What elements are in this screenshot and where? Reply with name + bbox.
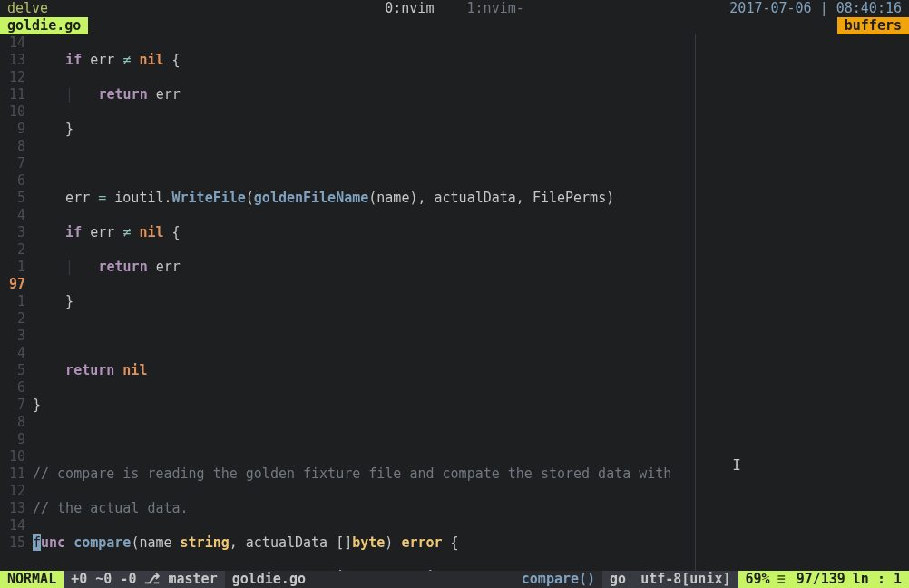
branch-icon: ⎇ [144,571,168,587]
status-bars-icon: ≡ [777,571,789,588]
tabline-spacer [88,17,837,34]
status-filename: goldie.go [225,571,313,588]
status-encoding: utf-8[unix] [633,571,738,588]
nvim-tabline: goldie.go buffers [0,17,909,34]
tmux-windows: 0:nvim 1:nvim- [385,0,524,17]
status-line: NORMAL +0 ~0 -0 ⎇ master goldie.go compa… [0,571,909,588]
status-column: ln : 1 [853,571,909,588]
status-line-position: 97/139 [789,571,853,588]
status-filetype: go [602,571,633,588]
git-status: +0 ~0 -0 ⎇ master [64,571,225,588]
vertical-split-divider [695,34,696,571]
editor-area[interactable]: 14131211 10987 6543 21 97 1234 5678 9101… [0,34,909,571]
cursor: f [33,534,41,551]
line-number-gutter: 14131211 10987 6543 21 97 1234 5678 9101… [0,34,33,571]
vim-mode-indicator: NORMAL [0,571,64,588]
mouse-ibeam-cursor: 𝙸 [732,456,741,474]
cursor-line: func compare(name string, actualData []b… [33,534,909,552]
tmux-session-name: delve [0,0,55,17]
tab-buffers[interactable]: buffers [837,17,909,34]
code-content[interactable]: if err ≠ nil { | return err } err = iout… [33,34,909,571]
tmux-clock: 2017-07-06 | 08:40:16 [729,0,909,17]
tmux-window-inactive[interactable]: 1:nvim- [442,0,523,16]
status-function-context: compare() [514,571,602,588]
current-line-number: 97 [0,276,25,293]
tab-current-file[interactable]: goldie.go [0,17,88,34]
tmux-status-bar: delve 0:nvim 1:nvim- 2017-07-06 | 08:40:… [0,0,909,17]
tmux-window-active[interactable]: 0:nvim [385,0,434,16]
status-percent: 69% [738,571,777,588]
